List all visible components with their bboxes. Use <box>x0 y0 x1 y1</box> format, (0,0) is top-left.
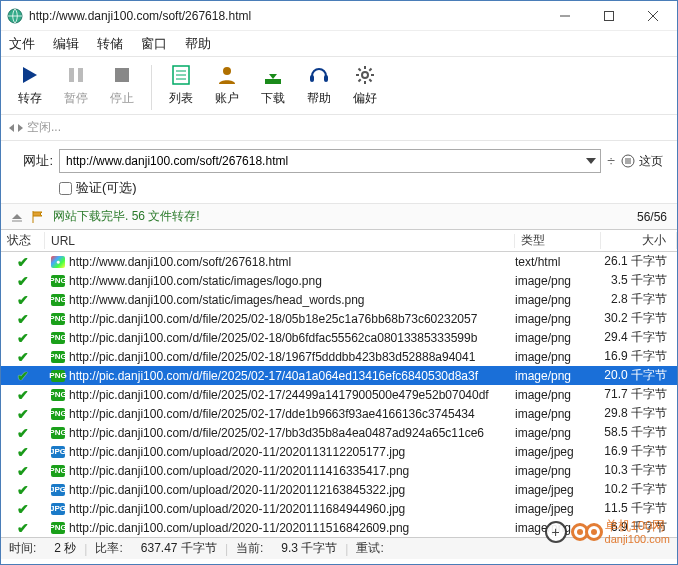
row-url: http://pic.danji100.com/d/file/2025/02-1… <box>69 388 489 402</box>
time-label: 时间: <box>9 540 36 557</box>
table-header: 状态 URL 类型 大小 <box>1 230 677 252</box>
row-size: 3.5 千字节 <box>601 272 677 289</box>
toolbar-support[interactable]: 帮助 <box>296 61 342 114</box>
collapse-up-icon[interactable] <box>11 211 23 223</box>
row-url: http://www.danji100.com/soft/267618.html <box>69 255 291 269</box>
table-row[interactable]: ✔PNGhttp://www.danji100.com/static/image… <box>1 271 677 290</box>
col-size[interactable]: 大小 <box>601 232 677 249</box>
menu-file[interactable]: 文件 <box>9 35 35 53</box>
png-file-icon: PNG <box>51 427 65 439</box>
idle-bar: 空闲... <box>1 115 677 141</box>
row-size: 10.3 千字节 <box>601 462 677 479</box>
table-row[interactable]: ✔PNGhttp://pic.danji100.com/d/file/2025/… <box>1 309 677 328</box>
pause-icon <box>64 63 88 87</box>
flag-icon <box>31 210 45 224</box>
row-type: image/png <box>515 369 601 383</box>
table-row[interactable]: ✔PNGhttp://pic.danji100.com/upload/2020-… <box>1 518 677 537</box>
list-icon <box>169 63 193 87</box>
row-type: image/png <box>515 312 601 326</box>
table-row[interactable]: ✔PNGhttp://pic.danji100.com/d/file/2025/… <box>1 366 677 385</box>
toolbar-support-label: 帮助 <box>307 90 331 107</box>
menu-edit[interactable]: 编辑 <box>53 35 79 53</box>
window-title: http://www.danji100.com/soft/267618.html <box>29 9 543 23</box>
check-icon: ✔ <box>17 406 29 422</box>
svg-point-18 <box>362 72 368 78</box>
toolbar-stop[interactable]: 停止 <box>99 61 145 114</box>
table-row[interactable]: ✔JPGhttp://pic.danji100.com/upload/2020-… <box>1 442 677 461</box>
table-body: ✔●http://www.danji100.com/soft/267618.ht… <box>1 252 677 537</box>
this-page-button[interactable]: 这页 <box>621 153 663 170</box>
row-size: 71.7 千字节 <box>601 386 677 403</box>
menu-help[interactable]: 帮助 <box>185 35 211 53</box>
svg-line-24 <box>369 79 371 81</box>
toolbar-start[interactable]: 转存 <box>7 61 53 114</box>
row-type: image/png <box>515 293 601 307</box>
row-type: image/jpeg <box>515 445 601 459</box>
svg-point-13 <box>223 67 231 75</box>
table-row[interactable]: ✔PNGhttp://pic.danji100.com/d/file/2025/… <box>1 328 677 347</box>
close-button[interactable] <box>631 1 675 30</box>
toolbar-list[interactable]: 列表 <box>158 61 204 114</box>
png-file-icon: PNG <box>51 351 65 363</box>
table-row[interactable]: ✔PNGhttp://pic.danji100.com/upload/2020-… <box>1 461 677 480</box>
png-file-icon: PNG <box>51 313 65 325</box>
status-text: 网站下载完毕. 56 文件转存! <box>53 208 200 225</box>
verify-label: 验证(可选) <box>76 179 137 197</box>
file-table: 状态 URL 类型 大小 ✔●http://www.danji100.com/s… <box>1 230 677 537</box>
row-size: 20.0 千字节 <box>601 367 677 384</box>
toolbar-prefs[interactable]: 偏好 <box>342 61 388 114</box>
row-size: 16.9 千字节 <box>601 443 677 460</box>
row-url: http://pic.danji100.com/upload/2020-11/2… <box>69 445 405 459</box>
row-size: 29.8 千字节 <box>601 405 677 422</box>
row-url: http://pic.danji100.com/d/file/2025/02-1… <box>69 407 475 421</box>
row-type: image/png <box>515 388 601 402</box>
row-size: 11.5 千字节 <box>601 500 677 517</box>
row-size: 26.1 千字节 <box>601 253 677 270</box>
toolbar-account[interactable]: 账户 <box>204 61 250 114</box>
svg-rect-6 <box>69 68 74 82</box>
table-row[interactable]: ✔PNGhttp://pic.danji100.com/d/file/2025/… <box>1 404 677 423</box>
row-size: 58.5 千字节 <box>601 424 677 441</box>
png-file-icon: PNG <box>51 294 65 306</box>
png-file-icon: PNG <box>51 465 65 477</box>
stop-icon <box>110 63 134 87</box>
check-icon: ✔ <box>17 254 29 270</box>
table-row[interactable]: ✔JPGhttp://pic.danji100.com/upload/2020-… <box>1 499 677 518</box>
toolbar: 转存 暂停 停止 列表 账户 下载 帮助 偏好 <box>1 57 677 115</box>
row-type: image/png <box>515 521 601 535</box>
svg-line-26 <box>359 79 361 81</box>
footer-statusbar: 时间:2 秒 | 比率:637.47 千字节 | 当前:9.3 千字节 | 重试… <box>1 537 677 559</box>
check-icon: ✔ <box>17 330 29 346</box>
rate-value: 637.47 千字节 <box>141 540 217 557</box>
row-url: http://pic.danji100.com/upload/2020-11/2… <box>69 464 409 478</box>
menu-window[interactable]: 窗口 <box>141 35 167 53</box>
col-url[interactable]: URL <box>45 234 515 248</box>
minimize-button[interactable] <box>543 1 587 30</box>
url-input[interactable] <box>59 149 601 173</box>
check-icon: ✔ <box>17 349 29 365</box>
table-row[interactable]: ✔JPGhttp://pic.danji100.com/upload/2020-… <box>1 480 677 499</box>
toolbar-list-label: 列表 <box>169 90 193 107</box>
toolbar-download[interactable]: 下载 <box>250 61 296 114</box>
row-url: http://pic.danji100.com/d/file/2025/02-1… <box>69 426 484 440</box>
table-row[interactable]: ✔PNGhttp://www.danji100.com/static/image… <box>1 290 677 309</box>
maximize-button[interactable] <box>587 1 631 30</box>
toolbar-pause[interactable]: 暂停 <box>53 61 99 114</box>
table-row[interactable]: ✔PNGhttp://pic.danji100.com/d/file/2025/… <box>1 423 677 442</box>
page-icon <box>621 154 635 168</box>
toolbar-download-label: 下载 <box>261 90 285 107</box>
col-type[interactable]: 类型 <box>515 232 601 249</box>
url-dropdown-button[interactable] <box>583 151 599 171</box>
svg-rect-7 <box>78 68 83 82</box>
table-row[interactable]: ✔PNGhttp://pic.danji100.com/d/file/2025/… <box>1 385 677 404</box>
menu-transfer[interactable]: 转储 <box>97 35 123 53</box>
check-icon: ✔ <box>17 501 29 517</box>
verify-checkbox[interactable] <box>59 182 72 195</box>
toolbar-start-label: 转存 <box>18 90 42 107</box>
svg-rect-8 <box>115 68 129 82</box>
menubar: 文件 编辑 转储 窗口 帮助 <box>1 31 677 57</box>
col-status[interactable]: 状态 <box>1 232 45 249</box>
table-row[interactable]: ✔●http://www.danji100.com/soft/267618.ht… <box>1 252 677 271</box>
table-row[interactable]: ✔PNGhttp://pic.danji100.com/d/file/2025/… <box>1 347 677 366</box>
user-icon <box>215 63 239 87</box>
